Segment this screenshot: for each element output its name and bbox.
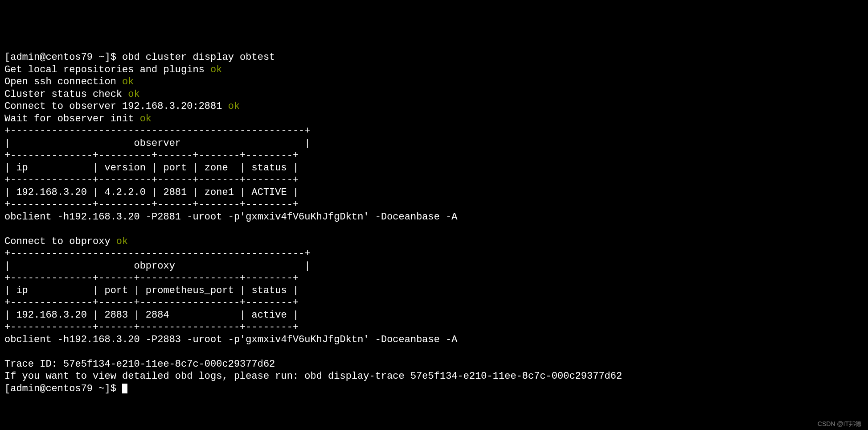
- trace-id: Trace ID: 57e5f134-e210-11ee-8c7c-000c29…: [4, 359, 275, 370]
- terminal-output: [admin@centos79 ~]$ obd cluster display …: [4, 51, 864, 395]
- table-header: | ip | version | port | zone | status |: [4, 162, 299, 174]
- table-border: +--------------+------+-----------------…: [4, 273, 299, 284]
- output-line: Open ssh connection: [4, 76, 122, 87]
- table-header: | ip | port | prometheus_port | status |: [4, 285, 299, 296]
- table-border: +---------------------------------------…: [4, 125, 311, 136]
- status-ok: ok: [210, 64, 222, 75]
- prompt: [admin@centos79 ~]$: [4, 52, 122, 63]
- table-border: +--------------+------+-----------------…: [4, 297, 299, 308]
- table-row: | 192.168.3.20 | 2883 | 2884 | active |: [4, 310, 299, 321]
- status-ok: ok: [140, 113, 151, 124]
- table-title: | obproxy |: [4, 260, 311, 272]
- command: obd cluster display obtest: [122, 52, 275, 63]
- cursor[interactable]: [122, 384, 127, 393]
- table-border: +--------------+---------+------+-------…: [4, 199, 299, 210]
- detail-hint: If you want to view detailed obd logs, p…: [4, 371, 622, 382]
- table-row: | 192.168.3.20 | 4.2.2.0 | 2881 | zone1 …: [4, 187, 299, 198]
- obclient-command: obclient -h192.168.3.20 -P2881 -uroot -p…: [4, 211, 458, 223]
- table-border: +---------------------------------------…: [4, 248, 311, 259]
- output-line: Connect to observer 192.168.3.20:2881: [4, 101, 228, 112]
- output-line: Cluster status check: [4, 89, 128, 100]
- output-line: Get local repositories and plugins: [4, 64, 210, 75]
- output-line: Connect to obproxy: [4, 236, 116, 247]
- watermark: CSDN @IT邦德: [818, 420, 861, 428]
- obclient-command: obclient -h192.168.3.20 -P2883 -uroot -p…: [4, 334, 458, 345]
- status-ok: ok: [228, 101, 240, 112]
- status-ok: ok: [116, 236, 128, 247]
- table-border: +--------------+------+-----------------…: [4, 322, 299, 333]
- table-border: +--------------+---------+------+-------…: [4, 174, 299, 186]
- table-border: +--------------+---------+------+-------…: [4, 150, 299, 161]
- table-title: | observer |: [4, 138, 311, 149]
- status-ok: ok: [122, 76, 134, 87]
- output-line: Wait for observer init: [4, 113, 140, 124]
- prompt: [admin@centos79 ~]$: [4, 383, 122, 394]
- status-ok: ok: [128, 89, 139, 100]
